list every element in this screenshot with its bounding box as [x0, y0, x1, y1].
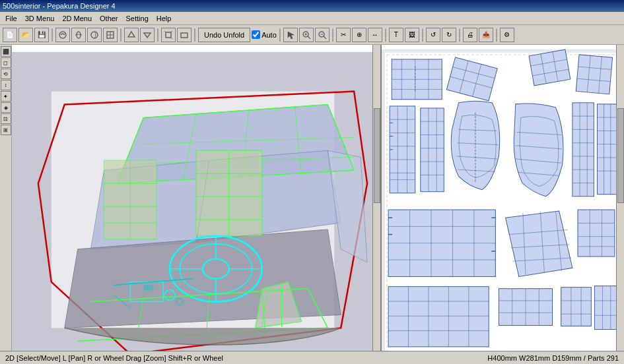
undo-unfold-button[interactable]: Undo Unfold — [198, 28, 250, 42]
svg-rect-117 — [572, 103, 594, 197]
separator-5 — [279, 28, 281, 42]
svg-point-2 — [91, 32, 98, 38]
svg-rect-12 — [181, 33, 188, 38]
left-tool-4[interactable]: ↕ — [1, 80, 11, 90]
image-tool-button[interactable]: 🖼 — [405, 28, 419, 42]
svg-marker-7 — [144, 33, 151, 38]
export-button[interactable]: 📤 — [479, 28, 493, 42]
separator-10 — [496, 28, 497, 42]
3d-viewport-vscrollbar[interactable] — [372, 45, 380, 361]
svg-rect-177 — [594, 286, 617, 330]
svg-rect-101 — [421, 108, 444, 192]
svg-line-9 — [164, 31, 166, 32]
config-button[interactable]: ⚙ — [500, 28, 514, 42]
2d-viewport-vscrollbar[interactable] — [616, 45, 624, 361]
rotate-left-button[interactable]: ↺ — [426, 28, 440, 42]
svg-rect-79 — [529, 49, 571, 86]
print-button[interactable]: 🖨 — [463, 28, 477, 42]
separator-3 — [157, 28, 158, 42]
3d-viewport-vscroll-thumb[interactable] — [374, 108, 380, 203]
reset-view-button[interactable] — [103, 28, 118, 42]
menu-2dmenu[interactable]: 2D Menu — [58, 13, 96, 24]
separator-1 — [52, 28, 53, 42]
auto-label: Auto — [261, 31, 277, 39]
3d-canvas — [12, 45, 380, 364]
menu-3dmenu[interactable]: 3D Menu — [21, 13, 59, 24]
open-button[interactable]: 📂 — [18, 28, 33, 42]
menu-setting[interactable]: Setting — [122, 13, 153, 24]
toolbar: 📄 📂 💾 Undo Unfold Auto — [0, 25, 624, 45]
zoom-out-button[interactable] — [315, 28, 329, 42]
separator-7 — [385, 28, 386, 42]
left-tool-7[interactable]: ⊡ — [1, 113, 11, 124]
flip-button[interactable]: ↔ — [368, 28, 382, 42]
2d-viewport-vscroll-thumb[interactable] — [617, 108, 624, 203]
left-toolbar: ⬛ ◻ ⟲ ↕ ✦ ◈ ⊡ ⊞ — [0, 45, 12, 364]
separator-6 — [332, 28, 333, 42]
svg-point-0 — [59, 32, 66, 38]
rotate-y-button[interactable] — [71, 28, 86, 42]
left-tool-1[interactable]: ⬛ — [1, 46, 11, 57]
svg-rect-152 — [578, 210, 615, 257]
left-tool-3[interactable]: ⟲ — [1, 69, 11, 79]
menubar: File 3D Menu 2D Menu Other Setting Help — [0, 12, 624, 25]
join-edge-button[interactable]: ⊕ — [352, 28, 366, 42]
rotate-x-button[interactable] — [55, 28, 70, 42]
separator-4 — [194, 28, 195, 42]
left-tool-5[interactable]: ✦ — [1, 91, 11, 102]
svg-marker-6 — [128, 32, 135, 37]
menu-help[interactable]: Help — [153, 13, 176, 24]
2d-canvas — [382, 45, 624, 364]
separator-8 — [422, 28, 423, 42]
3d-viewport[interactable] — [12, 45, 382, 364]
cut-edge-button[interactable]: ✂ — [336, 28, 351, 42]
titlebar: 500sinterior - Pepakura Designer 4 — [0, 0, 624, 12]
svg-rect-54 — [143, 286, 153, 291]
rotate-right-button[interactable]: ↻ — [442, 28, 456, 42]
fold-button[interactable] — [140, 28, 155, 42]
2d-viewport[interactable] — [382, 45, 624, 364]
rotate-z-button[interactable] — [87, 28, 102, 42]
svg-line-14 — [308, 36, 310, 39]
select-tool-button[interactable] — [283, 28, 298, 42]
separator-9 — [459, 28, 460, 42]
svg-rect-84 — [576, 55, 612, 94]
svg-line-10 — [171, 31, 172, 32]
svg-rect-158 — [388, 287, 489, 347]
svg-rect-89 — [390, 106, 415, 193]
svg-rect-8 — [166, 32, 171, 38]
status-left-text: 2D [Select/Move] L [Pan] R or Wheel Drag… — [5, 354, 223, 362]
left-tool-2[interactable]: ◻ — [1, 57, 11, 68]
menu-file[interactable]: File — [1, 13, 21, 24]
left-tool-8[interactable]: ⊞ — [1, 125, 11, 135]
status-right-text: H400mm W281mm D159mm / Parts 291 — [487, 354, 619, 362]
svg-point-1 — [77, 32, 81, 38]
view-3d-button[interactable] — [161, 28, 176, 42]
unfold-button[interactable] — [124, 28, 139, 42]
svg-line-18 — [324, 36, 326, 39]
statusbar: 2D [Select/Move] L [Pan] R or Wheel Drag… — [0, 351, 624, 364]
save-button[interactable]: 💾 — [34, 28, 49, 42]
zoom-in-button[interactable] — [299, 28, 314, 42]
separator-2 — [120, 28, 121, 42]
new-button[interactable]: 📄 — [3, 28, 17, 42]
view-2d-button[interactable] — [177, 28, 191, 42]
text-tool-button[interactable]: T — [389, 28, 403, 42]
svg-rect-172 — [561, 288, 592, 326]
svg-line-11 — [171, 38, 172, 39]
left-tool-6[interactable]: ◈ — [1, 102, 11, 113]
auto-checkbox-container: Auto — [252, 30, 277, 39]
main-area: ⬛ ◻ ⟲ ↕ ✦ ◈ ⊡ ⊞ — [0, 45, 624, 364]
title-text: 500sinterior - Pepakura Designer 4 — [3, 2, 116, 10]
auto-checkbox[interactable] — [252, 30, 260, 39]
menu-other[interactable]: Other — [96, 13, 122, 24]
